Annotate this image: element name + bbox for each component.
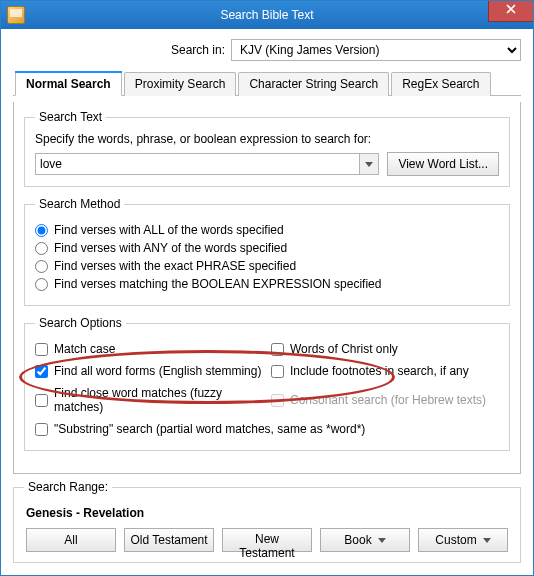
opt-fuzzy-check[interactable]	[35, 394, 48, 407]
method-radio-boolean[interactable]	[35, 278, 48, 291]
titlebar: Search Bible Text	[1, 1, 533, 29]
range-all-button[interactable]: All	[26, 528, 116, 552]
search-options-group: Search Options Match case Words of Chris…	[24, 316, 510, 451]
search-range-legend: Search Range:	[24, 480, 112, 494]
method-radio-phrase[interactable]	[35, 260, 48, 273]
method-phrase[interactable]: Find verses with the exact PHRASE specif…	[35, 259, 499, 273]
opt-label: "Substring" search (partial word matches…	[54, 422, 365, 436]
range-custom-label: Custom	[435, 533, 476, 547]
opt-words-of-christ[interactable]: Words of Christ only	[271, 342, 499, 356]
search-text-instruction: Specify the words, phrase, or boolean ex…	[35, 132, 499, 146]
search-options-legend: Search Options	[35, 316, 126, 330]
search-range-group: Search Range: Genesis - Revelation All O…	[13, 480, 521, 563]
tab-label: Character String Search	[249, 77, 378, 91]
tab-label: Proximity Search	[135, 77, 226, 91]
view-word-list-button[interactable]: View Word List...	[387, 152, 499, 176]
search-text-group: Search Text Specify the words, phrase, o…	[24, 110, 510, 187]
method-radio-all[interactable]	[35, 224, 48, 237]
opt-fuzzy[interactable]: Find close word matches (fuzzy matches)	[35, 386, 263, 414]
opt-words-of-christ-check[interactable]	[271, 343, 284, 356]
tab-label: Normal Search	[26, 77, 111, 91]
opt-consonant-search: Consonant search (for Hebrew texts)	[271, 386, 499, 414]
chevron-down-icon	[378, 538, 386, 543]
method-label: Find verses matching the BOOLEAN EXPRESS…	[54, 277, 381, 291]
tab-normal-search[interactable]: Normal Search	[15, 72, 122, 96]
method-label: Find verses with the exact PHRASE specif…	[54, 259, 296, 273]
opt-match-case-check[interactable]	[35, 343, 48, 356]
tab-strip: Normal Search Proximity Search Character…	[13, 71, 521, 96]
range-book-button[interactable]: Book	[320, 528, 410, 552]
search-method-group: Search Method Find verses with ALL of th…	[24, 197, 510, 306]
opt-label: Consonant search (for Hebrew texts)	[290, 393, 486, 407]
tab-regex-search[interactable]: RegEx Search	[391, 72, 490, 96]
search-range-buttons: All Old Testament New Testament Book Cus…	[26, 528, 508, 552]
method-radio-any[interactable]	[35, 242, 48, 255]
search-bible-text-window: Search Bible Text Search in: KJV (King J…	[0, 0, 534, 576]
opt-consonant-search-check	[271, 394, 284, 407]
method-all-words[interactable]: Find verses with ALL of the words specif…	[35, 223, 499, 237]
range-book-label: Book	[344, 533, 371, 547]
search-text-input[interactable]	[35, 153, 379, 175]
tab-char-string-search[interactable]: Character String Search	[238, 72, 389, 96]
close-button[interactable]	[488, 1, 533, 22]
dialog-body: Search in: KJV (King James Version) Norm…	[1, 29, 533, 576]
method-any-words[interactable]: Find verses with ANY of the words specif…	[35, 241, 499, 255]
tab-panel-normal: Search Text Specify the words, phrase, o…	[13, 102, 521, 474]
opt-label: Match case	[54, 342, 115, 356]
tab-proximity-search[interactable]: Proximity Search	[124, 72, 237, 96]
opt-all-word-forms[interactable]: Find all word forms (English stemming)	[35, 364, 263, 378]
opt-all-word-forms-check[interactable]	[35, 365, 48, 378]
search-in-label: Search in:	[171, 43, 225, 57]
method-boolean[interactable]: Find verses matching the BOOLEAN EXPRESS…	[35, 277, 499, 291]
search-text-dropdown-button[interactable]	[359, 154, 378, 174]
opt-match-case[interactable]: Match case	[35, 342, 263, 356]
method-label: Find verses with ALL of the words specif…	[54, 223, 284, 237]
opt-substring[interactable]: "Substring" search (partial word matches…	[35, 422, 499, 436]
search-text-legend: Search Text	[35, 110, 106, 124]
range-nt-button[interactable]: New Testament	[222, 528, 312, 552]
chevron-down-icon	[483, 538, 491, 543]
search-in-row: Search in: KJV (King James Version)	[13, 39, 521, 61]
chevron-down-icon	[365, 162, 373, 167]
window-title: Search Bible Text	[1, 8, 533, 22]
range-custom-button[interactable]: Custom	[418, 528, 508, 552]
opt-label: Words of Christ only	[290, 342, 398, 356]
range-ot-button[interactable]: Old Testament	[124, 528, 214, 552]
search-range-display: Genesis - Revelation	[26, 506, 508, 520]
opt-label: Find close word matches (fuzzy matches)	[54, 386, 263, 414]
search-method-legend: Search Method	[35, 197, 124, 211]
tab-label: RegEx Search	[402, 77, 479, 91]
method-label: Find verses with ANY of the words specif…	[54, 241, 287, 255]
opt-include-footnotes-check[interactable]	[271, 365, 284, 378]
opt-include-footnotes[interactable]: Include footnotes in search, if any	[271, 364, 499, 378]
search-text-input-wrap	[35, 153, 379, 175]
app-icon	[7, 6, 25, 24]
opt-label: Include footnotes in search, if any	[290, 364, 469, 378]
search-in-select[interactable]: KJV (King James Version)	[231, 39, 521, 61]
opt-label: Find all word forms (English stemming)	[54, 364, 261, 378]
opt-substring-check[interactable]	[35, 423, 48, 436]
